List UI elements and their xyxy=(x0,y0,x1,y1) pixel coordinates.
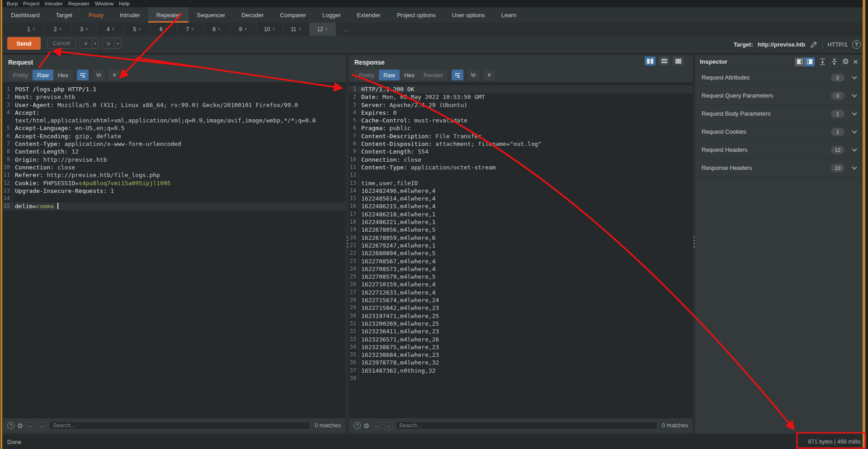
repeater-tab-7[interactable]: 7× xyxy=(177,23,204,36)
search-next-icon[interactable]: → xyxy=(384,422,393,430)
request-search-input[interactable] xyxy=(49,421,310,430)
close-tab-icon[interactable]: × xyxy=(218,27,221,32)
search-prev-icon[interactable]: ← xyxy=(372,422,381,430)
search-prev-icon[interactable]: ← xyxy=(26,422,35,430)
search-help-icon[interactable]: ? xyxy=(354,422,361,429)
response-tab-pretty[interactable]: Pretty xyxy=(354,70,379,80)
inspector-settings-gear-icon[interactable]: ⚙ xyxy=(842,58,849,65)
response-tab-hex[interactable]: Hex xyxy=(400,70,419,80)
request-editor[interactable]: 1POST /logs.php HTTP/1.12Host: previse.h… xyxy=(3,82,345,418)
request-response-splitter[interactable] xyxy=(346,237,348,248)
repeater-tab-2[interactable]: 2× xyxy=(45,23,71,36)
editor-line: 231622708567,m4lwhere,4 xyxy=(349,257,693,265)
response-tab-raw[interactable]: Raw xyxy=(379,70,400,80)
forward-dropdown-caret-icon[interactable]: ▾ xyxy=(114,38,121,48)
repeater-tab-8[interactable]: 8× xyxy=(203,23,230,36)
close-tab-icon[interactable]: × xyxy=(299,27,302,32)
inspector-close-icon[interactable]: × xyxy=(853,57,858,66)
menu-item-help[interactable]: Help xyxy=(116,1,132,6)
menu-item-project[interactable]: Project xyxy=(20,1,42,6)
editor-line: 241622708573,m4lwhere,4 xyxy=(349,265,693,273)
tab-decoder[interactable]: Decoder xyxy=(233,7,272,23)
tab-logger[interactable]: Logger xyxy=(314,7,349,23)
newline-toggle-icon[interactable]: \n xyxy=(467,70,479,80)
back-dropdown-caret-icon[interactable]: ▾ xyxy=(92,38,98,48)
back-arrow-icon: < xyxy=(80,38,92,48)
response-tab-render[interactable]: Render xyxy=(419,70,448,80)
close-tab-icon[interactable]: × xyxy=(326,27,328,32)
repeater-tab-3[interactable]: 3× xyxy=(71,23,98,36)
close-tab-icon[interactable]: × xyxy=(244,27,247,32)
close-tab-icon[interactable]: × xyxy=(138,27,141,32)
close-tab-icon[interactable]: × xyxy=(165,27,168,32)
tab-comparer[interactable]: Comparer xyxy=(272,7,314,23)
close-tab-icon[interactable]: × xyxy=(272,27,275,32)
inspector-section-request-cookies[interactable]: Request Cookies1 xyxy=(695,123,863,141)
response-search-input[interactable] xyxy=(396,421,657,430)
forward-button[interactable]: > ▾ xyxy=(102,38,121,49)
repeater-tab-5[interactable]: 5× xyxy=(124,23,151,36)
search-settings-gear-icon[interactable]: ⚙ xyxy=(17,422,23,429)
tab-intruder[interactable]: Intruder xyxy=(112,7,148,23)
repeater-tab-overflow[interactable]: ... xyxy=(336,23,356,36)
close-tab-icon[interactable]: × xyxy=(33,27,35,32)
back-button[interactable]: < ▾ xyxy=(80,38,99,49)
close-tab-icon[interactable]: × xyxy=(59,27,61,32)
word-wrap-toggle-icon[interactable] xyxy=(77,70,89,80)
request-tab-pretty[interactable]: Pretty xyxy=(8,70,33,80)
tab-dashboard[interactable]: Dashboard xyxy=(3,7,48,23)
repeater-tab-9[interactable]: 9× xyxy=(230,23,257,36)
menu-item-intruder[interactable]: Intruder xyxy=(42,1,66,6)
expand-all-icon[interactable] xyxy=(819,58,826,65)
tab-extender[interactable]: Extender xyxy=(349,7,389,23)
search-help-icon[interactable]: ? xyxy=(7,422,14,429)
tab-learn[interactable]: Learn xyxy=(493,7,524,23)
editor-line: 5Cache-Control: must-revalidate xyxy=(349,117,693,124)
newline-toggle-icon[interactable]: \n xyxy=(93,70,104,80)
tab-target[interactable]: Target xyxy=(48,7,80,23)
help-icon[interactable]: ? xyxy=(852,40,861,49)
response-inspector-splitter[interactable] xyxy=(693,237,695,248)
inspector-section-request-attributes[interactable]: Request Attributes2 xyxy=(695,69,863,87)
dock-right-icon[interactable] xyxy=(805,57,815,66)
tab-sequencer[interactable]: Sequencer xyxy=(189,7,233,23)
repeater-tab-1[interactable]: 1× xyxy=(18,23,45,36)
edit-target-pencil-icon[interactable] xyxy=(810,41,818,49)
word-wrap-toggle-icon[interactable] xyxy=(452,70,463,80)
repeater-tab-4[interactable]: 4× xyxy=(98,23,124,36)
close-tab-icon[interactable]: × xyxy=(112,27,115,32)
inspector-section-request-body-parameters[interactable]: Request Body Parameters1 xyxy=(695,105,863,123)
repeater-tab-11[interactable]: 11× xyxy=(283,23,310,36)
response-editor[interactable]: 1HTTP/1.1 200 OK2Date: Mon, 02 May 2022 … xyxy=(349,82,693,418)
repeater-tab-10[interactable]: 10× xyxy=(256,23,283,36)
response-metrics-label: 871 bytes | 498 millis xyxy=(808,439,861,445)
search-next-icon[interactable]: → xyxy=(38,422,47,430)
collapse-all-icon[interactable] xyxy=(830,58,838,65)
request-tab-hex[interactable]: Hex xyxy=(53,70,73,80)
tab-project-options[interactable]: Project options xyxy=(389,7,444,23)
tab-user-options[interactable]: User options xyxy=(444,7,493,23)
search-settings-gear-icon[interactable]: ⚙ xyxy=(363,422,369,429)
request-tab-raw[interactable]: Raw xyxy=(33,70,53,80)
columns-layout-icon[interactable] xyxy=(645,56,656,65)
editor-line: 271622712633,m4lwhere,4 xyxy=(349,289,693,296)
cancel-button[interactable]: Cancel xyxy=(47,38,76,49)
single-layout-icon[interactable] xyxy=(673,56,684,65)
dock-left-icon[interactable] xyxy=(795,57,805,66)
repeater-tab-12[interactable]: 12× xyxy=(310,23,336,36)
menu-item-burp[interactable]: Burp xyxy=(4,1,20,6)
rows-layout-icon[interactable] xyxy=(659,56,670,65)
repeater-tab-6[interactable]: 6× xyxy=(151,23,177,36)
menu-item-repeater[interactable]: Repeater xyxy=(66,1,92,6)
inspector-section-request-query-parameters[interactable]: Request Query Parameters0 xyxy=(695,87,863,105)
tab-repeater[interactable]: Repeater xyxy=(148,7,189,23)
close-tab-icon[interactable]: × xyxy=(85,27,88,32)
tab-proxy[interactable]: Proxy xyxy=(80,7,112,23)
editor-menu-icon[interactable]: ≡ xyxy=(483,70,495,80)
menu-item-window[interactable]: Window xyxy=(92,1,116,6)
inspector-section-response-headers[interactable]: Response Headers10 xyxy=(695,159,863,177)
inspector-section-request-headers[interactable]: Request Headers12 xyxy=(695,141,863,159)
editor-menu-icon[interactable]: ≡ xyxy=(108,70,120,80)
close-tab-icon[interactable]: × xyxy=(191,27,194,32)
send-button[interactable]: Send xyxy=(7,37,41,50)
